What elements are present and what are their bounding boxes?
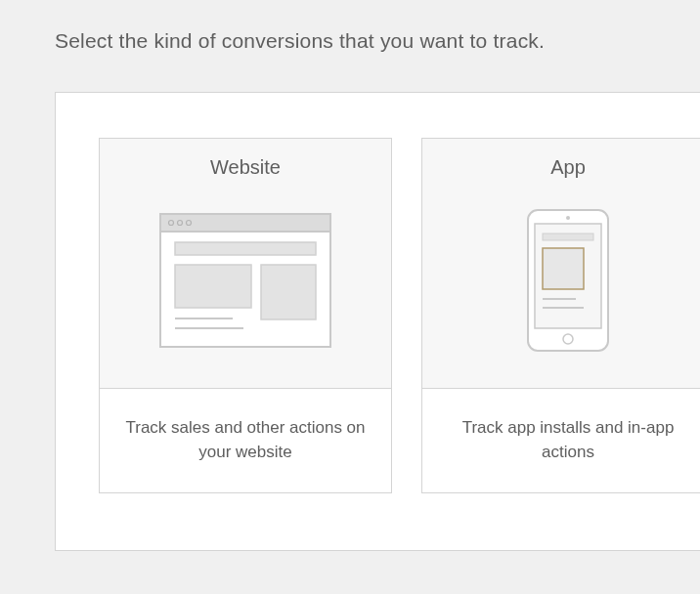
svg-rect-7 [261,265,316,319]
website-icon [159,202,331,359]
card-website[interactable]: Website Track sales and other actions on… [99,138,392,493]
svg-rect-5 [175,242,316,255]
page-heading: Select the kind of conversions that you … [0,0,700,53]
options-container: Website Track sales and other actions on… [55,92,700,551]
card-app-lower: Track app installs and in-app actions [422,389,700,492]
card-app-description: Track app installs and in-app actions [442,416,694,464]
svg-rect-14 [543,233,593,240]
card-app-upper: App [422,139,700,389]
app-icon [527,202,609,359]
svg-point-12 [566,216,570,220]
card-app-title: App [550,156,586,179]
card-website-title: Website [210,156,281,179]
card-website-upper: Website [100,139,391,389]
card-app[interactable]: App Track app installs and in-app action… [421,138,700,493]
card-website-lower: Track sales and other actions on your we… [100,389,391,492]
card-website-description: Track sales and other actions on your we… [119,416,372,464]
svg-rect-6 [175,265,251,308]
svg-rect-15 [543,248,584,289]
